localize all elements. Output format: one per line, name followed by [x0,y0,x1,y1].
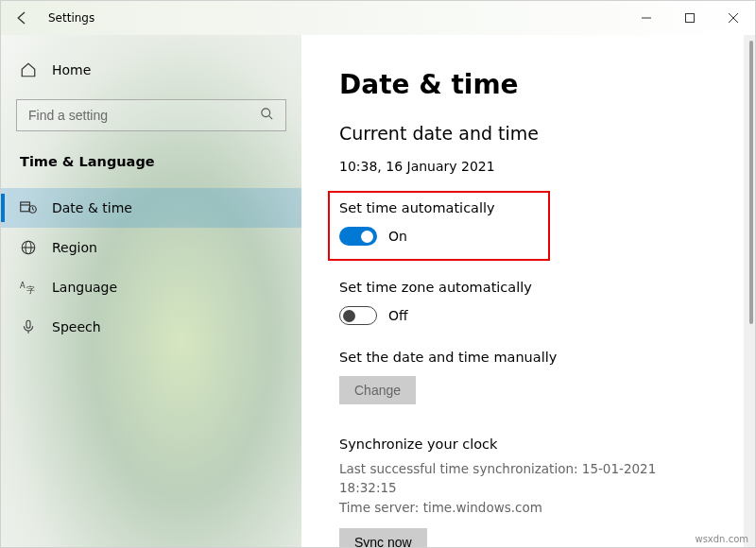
watermark: wsxdn.com [695,534,748,544]
sidebar-item-language[interactable]: A字 Language [1,267,301,307]
window-controls [625,3,755,33]
category-header: Time & Language [1,154,301,188]
svg-rect-1 [686,14,695,23]
svg-text:A: A [20,281,26,290]
sync-server-line: Time server: time.windows.com [339,498,717,517]
datetime-icon [20,199,37,216]
home-icon [20,61,37,78]
set-tz-auto-block: Set time zone automatically Off [339,280,717,325]
svg-line-10 [33,210,35,211]
sidebar-item-label: Language [52,280,117,295]
set-time-auto-state: On [388,229,407,244]
titlebar: Settings [1,1,755,35]
sidebar-item-label: Region [52,240,97,255]
svg-rect-6 [21,202,30,212]
maximize-button[interactable] [668,3,712,33]
search-input[interactable] [28,108,260,123]
sidebar-item-region[interactable]: Region [1,228,301,267]
sidebar-item-datetime[interactable]: Date & time [1,188,301,228]
sidebar-item-label: Speech [52,319,101,334]
close-button[interactable] [712,3,755,33]
back-icon[interactable] [12,9,31,27]
app-title: Settings [48,11,94,25]
content-pane: Date & time Current date and time 10:38,… [301,35,755,547]
sync-last-line: Last successful time synchronization: 15… [339,459,717,498]
sidebar-item-label: Date & time [52,200,132,215]
microphone-icon [20,318,37,335]
highlight-annotation: Set time automatically On [328,191,550,261]
svg-point-4 [262,109,270,117]
globe-icon [20,239,37,256]
home-label: Home [52,62,91,77]
change-button[interactable]: Change [339,376,416,404]
set-time-auto-row: On [339,227,539,246]
sync-now-button[interactable]: Sync now [339,528,427,547]
language-icon: A字 [20,279,37,296]
manual-block: Set the date and time manually Change [339,350,717,404]
sidebar-item-speech[interactable]: Speech [1,307,301,347]
set-time-auto-toggle[interactable] [339,227,377,246]
window-body: Home Time & Language Date & time Reg [1,35,755,547]
search-icon [260,107,274,124]
sync-info: Last successful time synchronization: 15… [339,459,717,517]
set-tz-auto-toggle[interactable] [339,306,377,325]
current-datetime-value: 10:38, 16 January 2021 [339,159,717,174]
scrollbar-thumb[interactable] [749,41,753,324]
svg-line-5 [268,115,272,119]
scrollbar-track[interactable] [744,35,755,547]
search-box[interactable] [16,99,286,131]
set-tz-auto-row: Off [339,306,717,325]
set-tz-auto-state: Off [388,308,408,323]
sync-block: Synchronize your clock Last successful t… [339,437,717,547]
set-time-auto-label: Set time automatically [339,200,539,215]
sync-label: Synchronize your clock [339,437,717,452]
home-link[interactable]: Home [1,61,301,99]
manual-label: Set the date and time manually [339,350,717,365]
set-tz-auto-label: Set time zone automatically [339,280,717,295]
svg-text:字: 字 [26,285,35,295]
titlebar-left: Settings [12,9,94,27]
settings-window: Settings Home [0,0,756,548]
svg-rect-16 [26,320,30,328]
page-title: Date & time [339,69,717,100]
minimize-button[interactable] [625,3,668,33]
section-current: Current date and time [339,123,717,144]
sidebar: Home Time & Language Date & time Reg [1,35,301,547]
